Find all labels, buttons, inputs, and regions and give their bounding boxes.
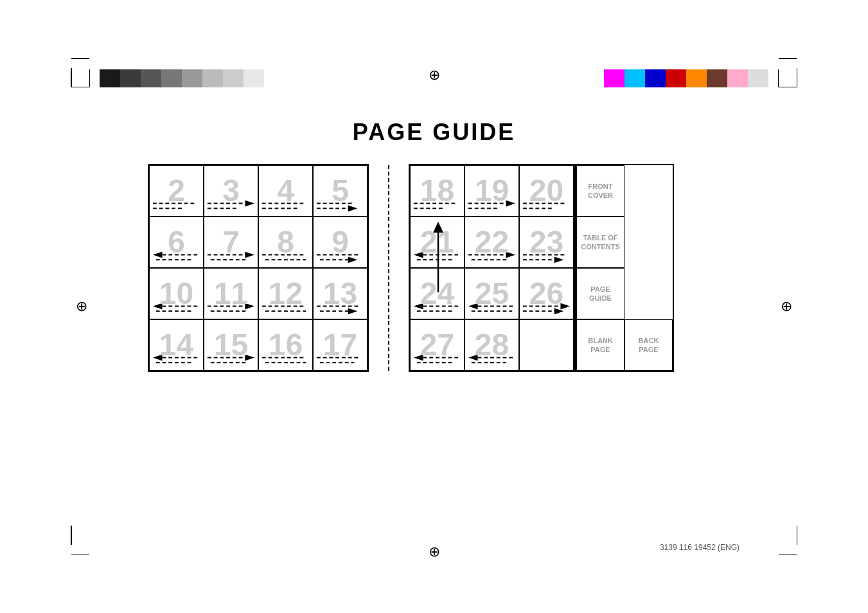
- corner-mark-bl-h: [71, 555, 89, 556]
- blank-page-text: BLANK PAGE: [580, 336, 621, 355]
- corner-mark-bl-v: [71, 526, 72, 545]
- svg-marker-20: [348, 256, 358, 263]
- label-table-of-contents: TABLE OF CONTENTS: [576, 217, 624, 268]
- table-of-contents-text: TABLE OF CONTENTS: [580, 233, 621, 252]
- page-cell-12: 12: [258, 268, 313, 319]
- page-cell-18: 18: [410, 165, 465, 217]
- page-cell-10: 10: [149, 268, 204, 319]
- label-page-guide: PAGE GUIDE: [576, 268, 624, 319]
- label-front-cover: FRONT COVER: [576, 165, 624, 217]
- left-grid: 2 3 4: [148, 164, 369, 372]
- page-cell-26: 26: [519, 268, 574, 319]
- corner-mark-tr-v: [797, 68, 798, 87]
- svg-marker-14: [245, 252, 254, 258]
- page-cell-6: 6: [149, 217, 204, 268]
- corner-mark-tr-h: [779, 58, 797, 59]
- corner-mark-tl-h: [71, 58, 89, 59]
- page-cell-22: 22: [465, 217, 519, 268]
- label-blank-page: BLANK PAGE: [576, 319, 624, 371]
- page-cell-19: 19: [465, 165, 519, 217]
- page-guide-text: PAGE GUIDE: [580, 285, 621, 303]
- page-cell-7: 7: [204, 217, 258, 268]
- right-grid: 18 19 20: [409, 164, 674, 372]
- last-row-labels: BLANK PAGE BACK PAGE: [576, 319, 673, 371]
- crosshair-right: ⊕: [781, 298, 792, 315]
- back-page-text: BACK PAGE: [628, 336, 669, 355]
- color-bar-right: [604, 69, 768, 87]
- crosshair-bottom: ⊕: [429, 544, 440, 560]
- page-cell-15: 15: [204, 319, 258, 371]
- page-cell-11: 11: [204, 268, 258, 319]
- page-cell-empty: [519, 319, 574, 371]
- corner-mark-tr: [778, 69, 797, 87]
- page-cell-3: 3: [204, 165, 258, 217]
- page-cell-2: 2: [149, 165, 204, 217]
- footer-document-number: 3139 116 19452 (ENG): [660, 543, 740, 552]
- svg-marker-3: [245, 200, 254, 207]
- corner-mark-tl-v: [71, 68, 72, 87]
- svg-marker-10: [153, 252, 163, 258]
- page-cell-27: 27: [410, 319, 465, 371]
- corner-mark-tl: [71, 69, 90, 87]
- label-back-page: BACK PAGE: [624, 319, 673, 371]
- color-bar-left: [100, 69, 264, 87]
- page-cell-17: 17: [313, 319, 368, 371]
- corner-mark-br-v: [797, 526, 798, 545]
- front-cover-text: FRONT COVER: [580, 182, 621, 200]
- page-cell-25: 25: [465, 268, 519, 319]
- svg-marker-9: [348, 205, 358, 211]
- page-cell-14: 14: [149, 319, 204, 371]
- page-cell-9: 9: [313, 217, 368, 268]
- crosshair-top: ⊕: [429, 67, 440, 84]
- page-cell-13: 13: [313, 268, 368, 319]
- page-cell-28: 28: [465, 319, 519, 371]
- page-cell-8: 8: [258, 217, 313, 268]
- page-title: PAGE GUIDE: [0, 119, 868, 146]
- page-cell-16: 16: [258, 319, 313, 371]
- crosshair-left: ⊕: [76, 298, 87, 315]
- label-column: FRONT COVER TABLE OF CONTENTS PAGE GUIDE…: [575, 164, 674, 372]
- fold-line: [388, 165, 389, 371]
- page-cell-5: 5: [313, 165, 368, 217]
- page-cell-4: 4: [258, 165, 313, 217]
- page-cell-23: 23: [519, 217, 574, 268]
- corner-mark-br-h: [779, 555, 797, 556]
- page-cell-20: 20: [519, 165, 574, 217]
- left-page-grid: 2 3 4: [148, 164, 369, 372]
